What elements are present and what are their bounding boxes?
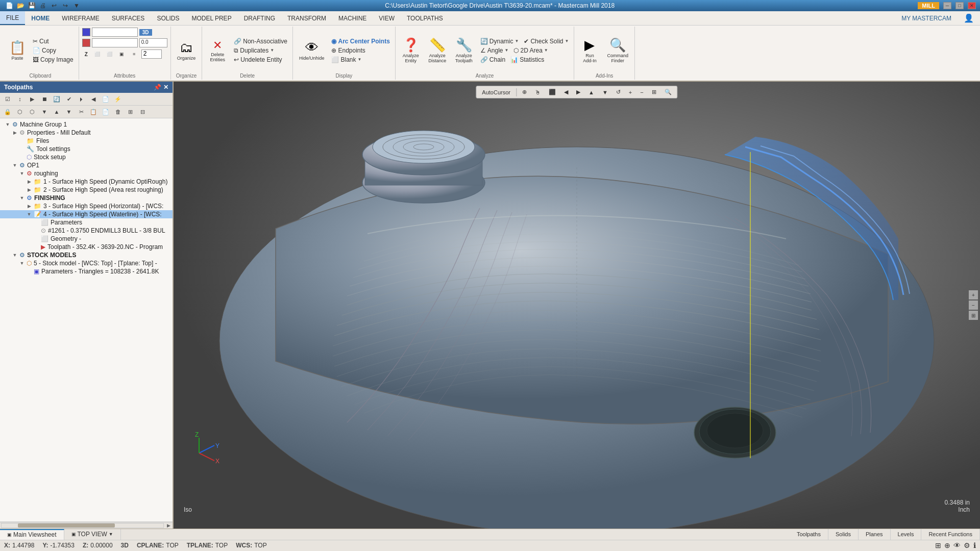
menu-solids[interactable]: SOLIDS bbox=[151, 11, 185, 25]
tree-files[interactable]: 📁 Files bbox=[0, 137, 173, 145]
analyze-toolpath-btn[interactable]: 🔧 Analyze Toolpath bbox=[452, 35, 476, 65]
2d-area-btn[interactable]: ⬡ 2D Area ▼ bbox=[511, 46, 550, 55]
move-btn[interactable]: ↕ bbox=[14, 94, 26, 104]
undo-btn[interactable]: ↩ bbox=[49, 1, 59, 10]
point-value-field[interactable]: 2 bbox=[141, 49, 162, 59]
attrib-btn-1[interactable]: ⬜ bbox=[92, 49, 103, 59]
grid-icon[interactable]: ⊞ bbox=[935, 541, 941, 549]
vp-btn-6[interactable]: ▲ bbox=[585, 88, 598, 97]
vp-btn-2[interactable]: 🖱 bbox=[531, 88, 544, 97]
menu-view[interactable]: VIEW bbox=[373, 11, 401, 25]
paste2-btn[interactable]: 📄 bbox=[100, 107, 111, 117]
tab-planes[interactable]: Planes bbox=[859, 529, 891, 540]
attrib-btn-4[interactable]: ≡ bbox=[129, 49, 140, 59]
tree-parameters[interactable]: ⬜ Parameters bbox=[0, 218, 173, 227]
tree-op2-surface[interactable]: ▶ 📁 2 - Surface High Speed (Area rest ro… bbox=[0, 186, 173, 194]
edge-btn-minus[interactable]: − bbox=[969, 300, 978, 310]
delete-entities-btn[interactable]: ✕ Delete Entities bbox=[205, 37, 230, 64]
expand-op1[interactable]: ▼ bbox=[11, 163, 18, 168]
expand-op2-surface[interactable]: ▶ bbox=[26, 187, 33, 192]
attrib-btn-3[interactable]: ▣ bbox=[116, 49, 128, 59]
redo-btn[interactable]: ↪ bbox=[60, 1, 70, 10]
hide-unhide-btn[interactable]: 👁 Hide/Unhide bbox=[296, 38, 328, 63]
organize-btn[interactable]: 🗂 Organize bbox=[174, 38, 199, 63]
menu-home[interactable]: HOME bbox=[25, 11, 56, 25]
endpoints-btn[interactable]: ⊕ Endpoints bbox=[329, 46, 391, 55]
edge-btn-fit[interactable]: ⊞ bbox=[969, 311, 978, 320]
vp-btn-12[interactable]: 🔍 bbox=[661, 87, 675, 97]
blank-btn[interactable]: ⬜ Blank ▼ bbox=[329, 56, 391, 64]
tab-toolpaths[interactable]: ▣ Main Viewsheet bbox=[0, 529, 64, 540]
tab-levels[interactable]: Levels bbox=[891, 529, 922, 540]
menu-wireframe[interactable]: WIREFRAME bbox=[56, 11, 105, 25]
save-btn[interactable]: 💾 bbox=[27, 1, 37, 10]
lock-btn[interactable]: 🔒 bbox=[2, 107, 13, 117]
tree-op1-surface[interactable]: ▶ 📁 1 - Surface High Speed (Dynamic Opti… bbox=[0, 178, 173, 186]
tree-tool-1261[interactable]: ⊙ #1261 - 0.3750 ENDMILL3 BULL - 3/8 BUL bbox=[0, 227, 173, 235]
tree-roughing[interactable]: ▼ ⚙ roughing bbox=[0, 169, 173, 178]
scroll-right-btn[interactable]: ▶ bbox=[165, 523, 173, 528]
horizontal-scrollbar[interactable] bbox=[1, 523, 164, 528]
autocursor-btn[interactable]: AutoCursor bbox=[478, 88, 514, 97]
expand-stock-models[interactable]: ▼ bbox=[11, 253, 18, 258]
account-icon[interactable]: 👤 bbox=[958, 11, 980, 25]
cut2-btn[interactable]: ✂ bbox=[76, 107, 87, 117]
menu-surfaces[interactable]: SURFACES bbox=[106, 11, 151, 25]
view-icon[interactable]: 👁 bbox=[953, 541, 961, 549]
statistics-btn[interactable]: 📊 Statistics bbox=[508, 56, 546, 64]
paste-btn[interactable]: 📋 Paste bbox=[5, 38, 30, 63]
attrib-btn-2[interactable]: ⬜ bbox=[104, 49, 115, 59]
command-finder-btn[interactable]: 🔍 Command Finder bbox=[604, 35, 631, 65]
tree-geometry[interactable]: ⬜ Geometry - bbox=[0, 235, 173, 243]
vp-btn-1[interactable]: ⊕ bbox=[519, 87, 530, 97]
simulate-btn[interactable]: ⏵ bbox=[76, 94, 87, 104]
open-btn[interactable]: 📂 bbox=[15, 1, 26, 10]
panel-pin-btn[interactable]: 📌 bbox=[154, 84, 161, 91]
copy-image-btn[interactable]: 🖼 Copy Image bbox=[31, 56, 76, 64]
menu-modelprep[interactable]: MODEL PREP bbox=[185, 11, 237, 25]
3d-canvas[interactable]: Y X Z AutoCursor ⊕ 🖱 ⬛ ◀ ▶ ▲ ▼ ↺ + − ⊞ bbox=[174, 82, 980, 529]
tree-finishing[interactable]: ▼ ⚙ FINISHING bbox=[0, 194, 173, 202]
vp-btn-4[interactable]: ◀ bbox=[560, 87, 572, 97]
tree-container[interactable]: ▼ ⚙ Machine Group 1 ▶ ⚙ Properties - Mil… bbox=[0, 118, 173, 521]
expand-properties[interactable]: ▶ bbox=[11, 130, 18, 135]
vp-btn-3[interactable]: ⬛ bbox=[545, 87, 559, 97]
verify-btn[interactable]: ✔ bbox=[63, 94, 75, 104]
tree-stock-models[interactable]: ▼ ⚙ STOCK MODELS bbox=[0, 251, 173, 259]
undelete-btn[interactable]: ↩ Undelete Entity bbox=[232, 56, 289, 64]
menu-drafting[interactable]: DRAFTING bbox=[238, 11, 281, 25]
tree-op3-surface[interactable]: ▶ 📁 3 - Surface High Speed (Horizontal) … bbox=[0, 202, 173, 210]
chain-btn[interactable]: 🔗 Chain bbox=[478, 56, 507, 64]
my-mastercam[interactable]: MY MASTERCAM bbox=[895, 11, 958, 25]
cut-btn[interactable]: ✂ Cut bbox=[31, 37, 76, 45]
tree-toolpath-352[interactable]: ▶ Toolpath - 352.4K - 3639-20.NC - Progr… bbox=[0, 243, 173, 251]
expand-machine[interactable]: ▼ bbox=[4, 122, 11, 127]
tree-op1[interactable]: ▼ ⚙ OP1 bbox=[0, 161, 173, 169]
highfeed-btn[interactable]: ⚡ bbox=[112, 94, 124, 104]
line-weight-dropdown[interactable] bbox=[92, 38, 138, 47]
new-btn[interactable]: 📄 bbox=[4, 1, 14, 10]
expand-roughing[interactable]: ▼ bbox=[18, 171, 26, 176]
3d-btn[interactable]: 3D bbox=[139, 29, 152, 36]
vp-btn-7[interactable]: ▼ bbox=[599, 88, 611, 97]
menu-machine[interactable]: MACHINE bbox=[332, 11, 373, 25]
ungroup-btn[interactable]: ⬡ bbox=[27, 107, 38, 117]
non-assoc-btn[interactable]: 🔗 Non-Associative bbox=[232, 37, 289, 45]
layer-dropdown[interactable] bbox=[82, 39, 90, 47]
group-btn[interactable]: ⬡ bbox=[14, 107, 26, 117]
tab-toolpaths2[interactable]: Toolpaths bbox=[790, 529, 828, 540]
print-btn[interactable]: 🖨 bbox=[38, 1, 48, 10]
analyze-distance-btn[interactable]: 📏 Analyze Distance bbox=[425, 35, 450, 65]
copy2-btn[interactable]: 📋 bbox=[88, 107, 99, 117]
minimize-btn[interactable]: ─ bbox=[943, 2, 951, 9]
vp-btn-8[interactable]: ↺ bbox=[612, 87, 624, 97]
tree-op4-surface[interactable]: ▼ 📝 4 - Surface High Speed (Waterline) -… bbox=[0, 210, 173, 218]
tab-solids[interactable]: Solids bbox=[828, 529, 859, 540]
maximize-btn[interactable]: □ bbox=[955, 2, 964, 9]
tree-stock5[interactable]: ▼ ⬡ 5 - Stock model - [WCS: Top] - [Tpla… bbox=[0, 259, 173, 267]
collapse-btn[interactable]: ⊟ bbox=[137, 107, 148, 117]
filter-btn[interactable]: ▼ bbox=[39, 107, 50, 117]
run-btn[interactable]: ▶ bbox=[27, 94, 38, 104]
run-addin-btn[interactable]: ▶ Run Add-In bbox=[577, 35, 602, 65]
expand-btn[interactable]: ⊞ bbox=[125, 107, 136, 117]
